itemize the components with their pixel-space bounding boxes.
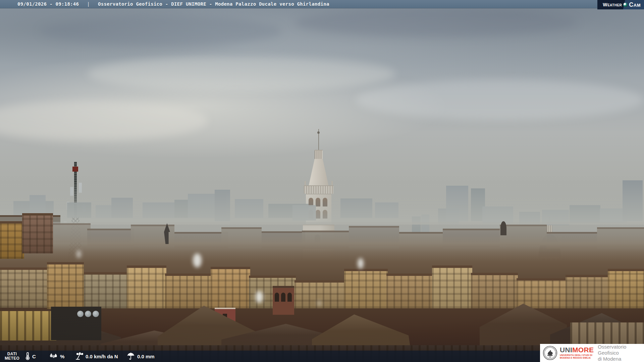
rain-readout: 0.0 mm	[127, 351, 155, 362]
anemometer-icon	[74, 352, 83, 360]
water-drops-icon	[49, 353, 58, 360]
umbrella-icon	[127, 352, 135, 360]
weather-data-label: DATI METEO	[3, 352, 21, 361]
wind-readout: 0.0 km/h da N	[74, 351, 118, 362]
hvac-fan	[85, 311, 91, 317]
weathercam-word: Cam	[629, 1, 641, 8]
foreground-roof	[0, 311, 56, 341]
separator: |	[87, 1, 90, 7]
thermometer-icon	[25, 352, 30, 360]
chimney-smoke	[358, 258, 364, 269]
temperature-readout: C	[25, 351, 36, 362]
unimore-brand-box[interactable]: UNIMORE UNIVERSITÀ DEGLI STUDI DI MODENA…	[540, 344, 644, 362]
webcam-frame: 09/01/2026 - 09:18:46 | Osservatorio Geo…	[0, 0, 644, 362]
department-name: Osservatorio Geofisico di Modena	[596, 344, 642, 362]
unimore-seal-icon	[543, 346, 557, 360]
chimney-smoke	[256, 291, 263, 303]
humidity-readout: %	[49, 351, 64, 362]
hvac-fan	[77, 311, 84, 317]
camera-lens-icon	[623, 3, 628, 7]
camera-title: Osservatorio Geofisico - DIEF UNIMORE - …	[98, 1, 329, 7]
weathercam-logo[interactable]: Weather Cam	[597, 0, 644, 9]
chimney-smoke	[76, 250, 81, 258]
chimney-smoke	[193, 253, 202, 267]
unimore-wordmark: UNIMORE UNIVERSITÀ DEGLI STUDI DI MODENA…	[560, 347, 594, 359]
timestamp: 09/01/2026 - 09:18:46	[17, 1, 79, 7]
top-info-bar: 09/01/2026 - 09:18:46 | Osservatorio Geo…	[0, 0, 644, 8]
weathercam-word: Weather	[603, 2, 622, 7]
hvac-fan	[93, 311, 99, 317]
chimney-smoke	[317, 300, 321, 306]
